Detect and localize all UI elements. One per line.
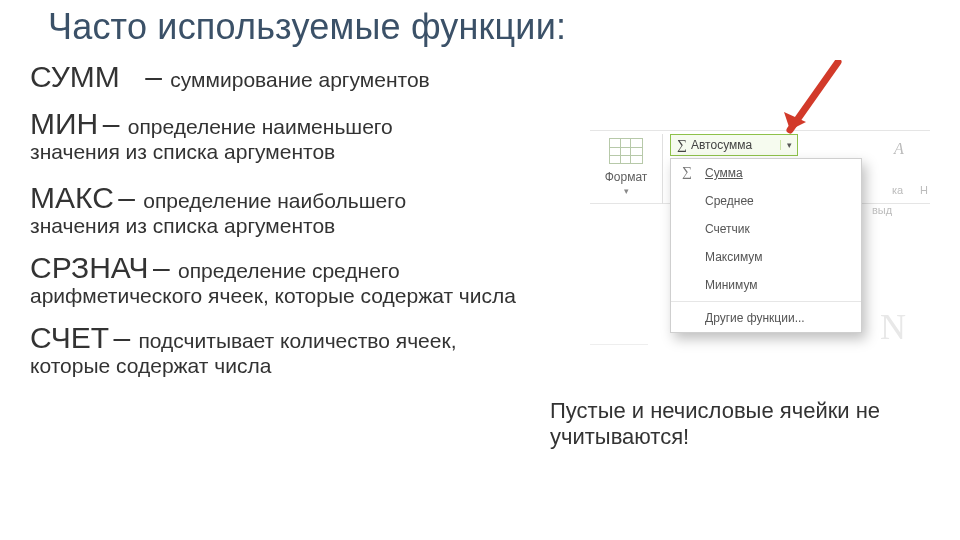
- slide: Часто используемые функции: СУММ – сумми…: [0, 0, 960, 540]
- func-sum-desc: суммирование аргументов: [170, 68, 429, 91]
- func-sum: СУММ – суммирование аргументов: [30, 60, 530, 93]
- func-min-desc1: определение наименьшего: [128, 115, 393, 138]
- ribbon-faded-text: выд: [872, 204, 892, 216]
- sigma-icon: ∑: [671, 137, 691, 153]
- worksheet-grid: [590, 344, 648, 369]
- column-letter-n: N: [880, 306, 906, 348]
- func-avg-name: СРЗНАЧ: [30, 251, 148, 284]
- dash: –: [153, 251, 178, 284]
- menu-item-min-label: Минимум: [705, 278, 758, 292]
- func-min-name: МИН: [30, 107, 98, 140]
- func-sum-name: СУММ: [30, 60, 120, 93]
- func-max: МАКС – определение наибольшего значения …: [30, 181, 530, 237]
- dash: –: [103, 107, 128, 140]
- sigma-icon: ∑: [679, 164, 695, 180]
- menu-item-sum-label: Сумма: [705, 166, 743, 180]
- menu-item-sum[interactable]: ∑ Сумма: [671, 159, 861, 187]
- menu-item-min[interactable]: Минимум: [671, 271, 861, 299]
- format-label: Формат: [594, 170, 658, 184]
- func-max-name: МАКС: [30, 181, 114, 214]
- func-max-desc1: определение наибольшего: [143, 189, 406, 212]
- ribbon-separator: [662, 134, 663, 204]
- func-count: СЧЕТ – подсчитывает количество ячеек, ко…: [30, 321, 530, 377]
- menu-item-max-label: Максимум: [705, 250, 762, 264]
- menu-item-count[interactable]: Счетчик: [671, 215, 861, 243]
- func-min: МИН – определение наименьшего значения и…: [30, 107, 530, 163]
- dash: –: [145, 60, 170, 93]
- format-cells-icon: [609, 138, 643, 164]
- func-count-desc2: которые содержат числа: [30, 354, 530, 377]
- func-count-desc1: подсчитывает количество ячеек,: [138, 329, 456, 352]
- menu-item-avg-label: Среднее: [705, 194, 754, 208]
- format-button[interactable]: Формат ▾: [594, 136, 658, 204]
- functions-list: СУММ – суммирование аргументов МИН – опр…: [30, 50, 530, 377]
- autosum-dropdown: ∑ Сумма Среднее Счетчик Максимум Минимум…: [670, 158, 862, 333]
- dash: –: [113, 321, 138, 354]
- dash: –: [118, 181, 143, 214]
- autosum-button[interactable]: ∑ Автосумма ▾: [670, 134, 798, 156]
- menu-item-max[interactable]: Максимум: [671, 243, 861, 271]
- slide-title: Часто используемые функции:: [48, 6, 566, 48]
- ribbon-faded-text: ка: [892, 184, 903, 196]
- ribbon-faded-text: Н: [920, 184, 928, 196]
- func-avg-desc2: арифметического ячеек, которые содержат …: [30, 284, 530, 307]
- func-min-desc2: значения из списка аргументов: [30, 140, 530, 163]
- func-avg: СРЗНАЧ – определение среднего арифметиче…: [30, 251, 530, 307]
- menu-item-other[interactable]: Другие функции...: [671, 304, 861, 332]
- menu-item-count-label: Счетчик: [705, 222, 750, 236]
- menu-item-avg[interactable]: Среднее: [671, 187, 861, 215]
- excel-screenshot: Формат ▾ ∑ Автосумма ▾ ∑ Сумма Среднее С…: [590, 118, 930, 368]
- menu-divider: [671, 301, 861, 302]
- chevron-down-icon: ▾: [594, 186, 658, 196]
- menu-item-other-label: Другие функции...: [705, 311, 805, 325]
- func-max-desc2: значения из списка аргументов: [30, 214, 530, 237]
- chevron-down-icon[interactable]: ▾: [780, 140, 797, 150]
- note-text: Пустые и нечисловые ячейки не учитываютс…: [550, 398, 890, 451]
- autosum-label: Автосумма: [691, 138, 752, 152]
- ribbon-faded-text: А: [894, 140, 904, 158]
- func-count-name: СЧЕТ: [30, 321, 109, 354]
- func-avg-desc1: определение среднего: [178, 259, 400, 282]
